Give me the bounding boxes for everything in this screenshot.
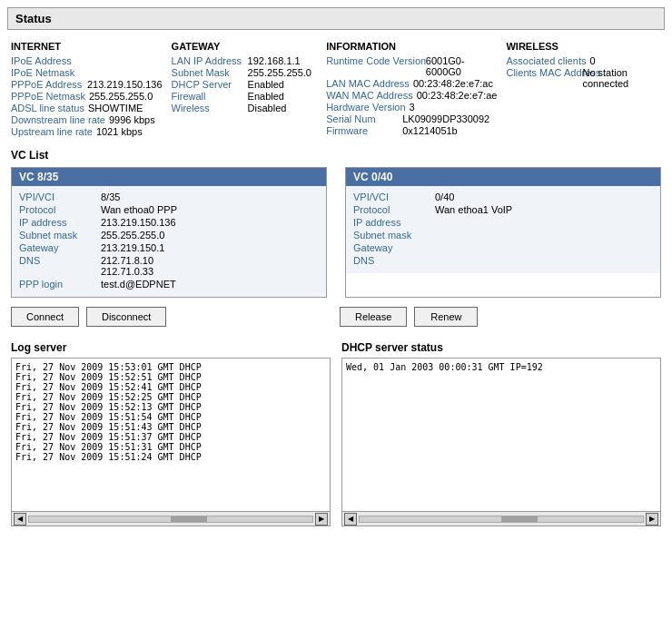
- info-row-0: Runtime Code Version 6001G0-6000G0: [326, 55, 497, 77]
- log-server-section: Log server Fri, 27 Nov 2009 15:53:01 GMT…: [11, 341, 331, 526]
- log-line: Fri, 27 Nov 2009 15:52:13 GMT DHCP: [15, 402, 326, 412]
- log-line: Fri, 27 Nov 2009 15:51:31 GMT DHCP: [15, 442, 326, 452]
- log-line: Fri, 27 Nov 2009 15:52:51 GMT DHCP: [15, 372, 326, 382]
- dhcp-scroll-right-btn[interactable]: ▶: [646, 513, 658, 526]
- internet-row-5: Downstream line rate 9996 kbps: [11, 114, 163, 125]
- vc-grid: VC 8/35 VPI/VCI 8/35 Protocol Wan ethoa0…: [11, 167, 661, 298]
- internet-row-0: IPoE Address: [11, 55, 163, 66]
- vc1-box: VC 8/35 VPI/VCI 8/35 Protocol Wan ethoa0…: [11, 167, 327, 298]
- scroll-right-btn[interactable]: ▶: [315, 513, 328, 526]
- info-grid: INTERNET IPoE Address IPoE Netmask PPPoE…: [11, 41, 661, 138]
- log-line: Fri, 27 Nov 2009 15:51:37 GMT DHCP: [15, 432, 326, 442]
- gateway-heading: GATEWAY: [172, 41, 318, 52]
- info-row-3: Hardware Version 3: [326, 102, 497, 113]
- wireless-section: WIRELESS Associated clients 0 Clients MA…: [506, 41, 661, 138]
- log-line: Fri, 27 Nov 2009 15:53:01 GMT DHCP: [15, 362, 326, 372]
- bottom-grid: Log server Fri, 27 Nov 2009 15:53:01 GMT…: [11, 341, 661, 526]
- internet-row-1: IPoE Netmask: [11, 67, 163, 78]
- gateway-section: GATEWAY LAN IP Address 192.168.1.1 Subne…: [172, 41, 327, 138]
- vc2-row-4: Gateway: [353, 242, 653, 253]
- vc1-body: VPI/VCI 8/35 Protocol Wan ethoa0 PPP IP …: [12, 186, 326, 297]
- info-row-5: Firmware 0x1214051b: [326, 125, 497, 136]
- dhcp-section: DHCP server status Wed, 01 Jan 2003 00:0…: [341, 341, 661, 526]
- dhcp-scroll-track[interactable]: [359, 516, 644, 523]
- information-heading: INFORMATION: [326, 41, 497, 52]
- wireless-row-1: Clients MAC Address No station connected: [506, 67, 652, 89]
- vc2-row-0: VPI/VCI 0/40: [353, 192, 653, 202]
- dhcp-title: DHCP server status: [341, 341, 661, 354]
- status-header: Status: [7, 7, 665, 30]
- vc1-row-2: IP address 213.219.150.136: [19, 217, 319, 228]
- info-row-4: Serial Num LK09099DP330092: [326, 113, 497, 124]
- vc2-row-3: Subnet mask: [353, 230, 653, 241]
- connect-button[interactable]: Connect: [11, 307, 79, 327]
- gateway-row-1: Subnet Mask 255.255.255.0: [172, 67, 318, 78]
- log-line: Fri, 27 Nov 2009 15:51:54 GMT DHCP: [15, 412, 326, 422]
- buttons-row: Connect Disconnect Release Renew: [11, 307, 661, 327]
- dhcp-text: Wed, 01 Jan 2003 00:00:31 GMT IP=192: [346, 362, 657, 372]
- wireless-heading: WIRELESS: [506, 41, 652, 52]
- vc2-title: VC 0/40: [346, 168, 660, 186]
- internet-heading: INTERNET: [11, 41, 163, 52]
- gateway-row-0: LAN IP Address 192.168.1.1: [172, 55, 318, 66]
- vc1-row-4: Gateway 213.219.150.1: [19, 242, 319, 253]
- information-section: INFORMATION Runtime Code Version 6001G0-…: [326, 41, 506, 138]
- wireless-row-0: Associated clients 0: [506, 55, 652, 66]
- dhcp-scroll-left-btn[interactable]: ◀: [344, 513, 357, 526]
- release-button[interactable]: Release: [340, 307, 407, 327]
- vc1-row-3: Subnet mask 255.255.255.0: [19, 230, 319, 241]
- vc1-title: VC 8/35: [12, 168, 326, 186]
- log-line: Fri, 27 Nov 2009 15:51:43 GMT DHCP: [15, 422, 326, 432]
- dhcp-box[interactable]: Wed, 01 Jan 2003 00:00:31 GMT IP=192: [341, 358, 661, 512]
- vc2-row-5: DNS: [353, 255, 653, 266]
- dhcp-scroll-thumb: [501, 516, 538, 522]
- vc2-row-1: Protocol Wan ethoa1 VoIP: [353, 204, 653, 215]
- vc1-buttons: Connect Disconnect: [11, 307, 332, 327]
- gateway-row-4: Wireless Disabled: [172, 103, 318, 113]
- scroll-track[interactable]: [28, 516, 313, 523]
- log-line: Fri, 27 Nov 2009 15:52:41 GMT DHCP: [15, 382, 326, 392]
- scroll-left-btn[interactable]: ◀: [14, 513, 26, 526]
- renew-button[interactable]: Renew: [414, 307, 478, 327]
- gateway-row-3: Firewall Enabled: [172, 91, 318, 102]
- log-server-title: Log server: [11, 341, 331, 354]
- gateway-row-2: DHCP Server Enabled: [172, 79, 318, 90]
- vc1-row-5: DNS 212.71.8.10 212.71.0.33: [19, 255, 319, 277]
- log-line: Fri, 27 Nov 2009 15:52:25 GMT DHCP: [15, 392, 326, 402]
- internet-row-3: PPPoE Netmask 255.255.255.0: [11, 91, 163, 102]
- vc2-box: VC 0/40 VPI/VCI 0/40 Protocol Wan ethoa1…: [345, 167, 661, 298]
- info-row-1: LAN MAC Address 00:23:48:2e:e7:ac: [326, 78, 497, 89]
- vc2-row-2: IP address: [353, 217, 653, 228]
- internet-row-4: ADSL line status SHOWTIME: [11, 103, 163, 113]
- log-line: Fri, 27 Nov 2009 15:51:24 GMT DHCP: [15, 452, 326, 462]
- vc2-body: VPI/VCI 0/40 Protocol Wan ethoa1 VoIP IP…: [346, 186, 660, 273]
- internet-row-2: PPPoE Address 213.219.150.136: [11, 79, 163, 90]
- vc1-row-0: VPI/VCI 8/35: [19, 192, 319, 202]
- scroll-thumb: [171, 516, 207, 522]
- internet-section: INTERNET IPoE Address IPoE Netmask PPPoE…: [11, 41, 172, 138]
- vc2-buttons: Release Renew: [340, 307, 661, 327]
- disconnect-button[interactable]: Disconnect: [86, 307, 166, 327]
- log-server-scrollbar[interactable]: ◀ ▶: [11, 512, 331, 526]
- vc1-row-6: PPP login test.d@EDPNET: [19, 279, 319, 290]
- dhcp-scrollbar[interactable]: ◀ ▶: [341, 512, 661, 526]
- internet-row-6: Upstream line rate 1021 kbps: [11, 126, 163, 137]
- vc1-row-1: Protocol Wan ethoa0 PPP: [19, 204, 319, 215]
- info-row-2: WAN MAC Address 00:23:48:2e:e7:ae: [326, 90, 497, 101]
- vc-list-heading: VC List: [11, 149, 661, 162]
- log-server-box[interactable]: Fri, 27 Nov 2009 15:53:01 GMT DHCPFri, 2…: [11, 358, 331, 512]
